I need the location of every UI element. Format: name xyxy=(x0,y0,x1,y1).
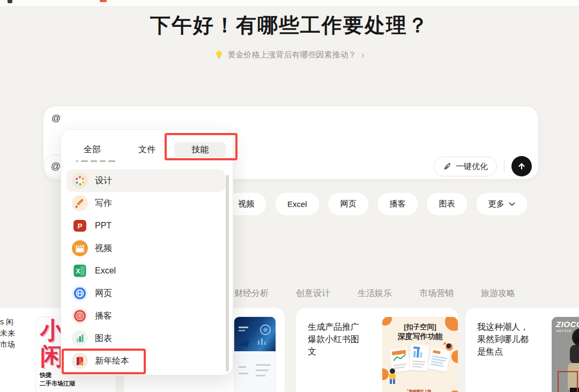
pill-chart[interactable]: 图表 xyxy=(426,192,468,216)
svg-text:P: P xyxy=(78,222,83,230)
chart-icon xyxy=(72,330,88,346)
pill-excel[interactable]: Excel xyxy=(274,192,320,216)
quill-icon xyxy=(443,162,452,171)
skill-item-web[interactable]: 网页 xyxy=(66,282,225,305)
send-button[interactable] xyxy=(511,156,532,176)
kouzi-poster-image: [扣子空间] 深度写作功能 「突破模型上限， xyxy=(382,317,458,392)
skill-item-design[interactable]: 设计 xyxy=(66,169,225,192)
skill-item-writing[interactable]: 写作 xyxy=(66,192,225,215)
category-tabs: 财经分析 创意设计 生活娱乐 市场营销 旅游攻略 xyxy=(234,288,515,299)
tab-life-entertainment[interactable]: 生活娱乐 xyxy=(358,288,392,299)
tab-finance[interactable]: 财经分析 xyxy=(234,288,269,299)
clipped-scrolled-row xyxy=(76,160,115,162)
skill-pills-row: 视频 Excel 网页 播客 图表 更多 xyxy=(225,192,528,216)
chevron-down-icon xyxy=(509,202,515,206)
lightbulb-icon xyxy=(215,50,223,60)
presentation-preview-image xyxy=(234,316,276,392)
tab-travel[interactable]: 旅游攻略 xyxy=(481,288,515,299)
skill-item-podcast[interactable]: 播客 xyxy=(66,305,225,327)
top-strip-orange-mark xyxy=(100,0,107,2)
pill-podcast[interactable]: 播客 xyxy=(377,192,419,216)
page-title: 下午好！有哪些工作要处理？ xyxy=(0,12,579,39)
card-fashion[interactable]: 我这种潮人，果然到哪儿都是焦点 ZIOCO HEYZIO xyxy=(465,308,579,392)
clapperboard-icon xyxy=(72,240,88,256)
thumbsup-person-illustration xyxy=(441,341,455,357)
dropdown-tab-all[interactable]: 全部 xyxy=(84,142,101,157)
card-title-line: 未来 xyxy=(0,328,15,339)
pill-more[interactable]: 更多 xyxy=(476,192,528,216)
svg-text:X: X xyxy=(76,268,80,275)
optimize-label: 一键优化 xyxy=(456,161,488,172)
hint-text: 黄金价格上涨背后有哪些因素推动？ xyxy=(228,50,357,60)
pill-web[interactable]: 网页 xyxy=(328,192,369,216)
dropdown-tab-files[interactable]: 文件 xyxy=(138,142,155,157)
top-browser-strip xyxy=(0,0,579,7)
card-title: 生成产品推广爆款小红书图文 xyxy=(308,321,363,358)
podcast-icon xyxy=(72,308,88,324)
globe-icon xyxy=(72,285,88,301)
palette-icon xyxy=(72,173,88,189)
skill-item-excel[interactable]: X Excel xyxy=(66,260,225,282)
ppt-icon: P xyxy=(72,218,88,234)
composer-divider xyxy=(504,160,504,172)
suggestion-hint[interactable]: 黄金价格上涨背后有哪些因素推动？ › xyxy=(0,50,579,60)
excel-icon: X xyxy=(72,263,88,279)
skill-item-chart[interactable]: 图表 xyxy=(66,327,225,350)
one-click-optimize-button[interactable]: 一键优化 xyxy=(434,157,497,176)
card-title-line: 市场 xyxy=(0,339,15,350)
arrow-up-icon xyxy=(517,161,526,171)
pencil-icon xyxy=(72,195,88,211)
card-xiaohongshu[interactable]: 生成产品推广爆款小红书图文 [扣子空间] 深度写作功能 xyxy=(296,308,458,392)
card-title-line: s 闲 xyxy=(0,316,15,328)
skill-list: 设计 写作 P PPT 视频 xyxy=(66,169,225,372)
annotation-box-newyear-book xyxy=(62,349,146,374)
cheering-person-illustration xyxy=(387,367,398,385)
card-title: 我这种潮人，果然到哪儿都是焦点 xyxy=(477,321,536,358)
fashion-photo-image: ZIOCO HEYZIO xyxy=(552,317,579,392)
mention-dropdown: 全部 文件 技能 设计 写作 P PPT xyxy=(61,129,233,375)
skill-item-video[interactable]: 视频 xyxy=(66,237,225,260)
dropdown-scrollbar[interactable] xyxy=(226,175,229,372)
annotation-box-skills-tab xyxy=(165,133,237,160)
tab-marketing[interactable]: 市场营销 xyxy=(419,288,454,299)
chevron-right-icon: › xyxy=(361,51,365,59)
app-screen: 下午好！有哪些工作要处理？ 黄金价格上涨背后有哪些因素推动？ › @ @ 一键优… xyxy=(0,0,579,392)
tab-creative-design[interactable]: 创意设计 xyxy=(296,288,330,299)
composer-typed-text: @ xyxy=(51,113,61,124)
skill-item-ppt[interactable]: P PPT xyxy=(66,215,225,237)
top-strip-dark-mark xyxy=(8,0,12,3)
